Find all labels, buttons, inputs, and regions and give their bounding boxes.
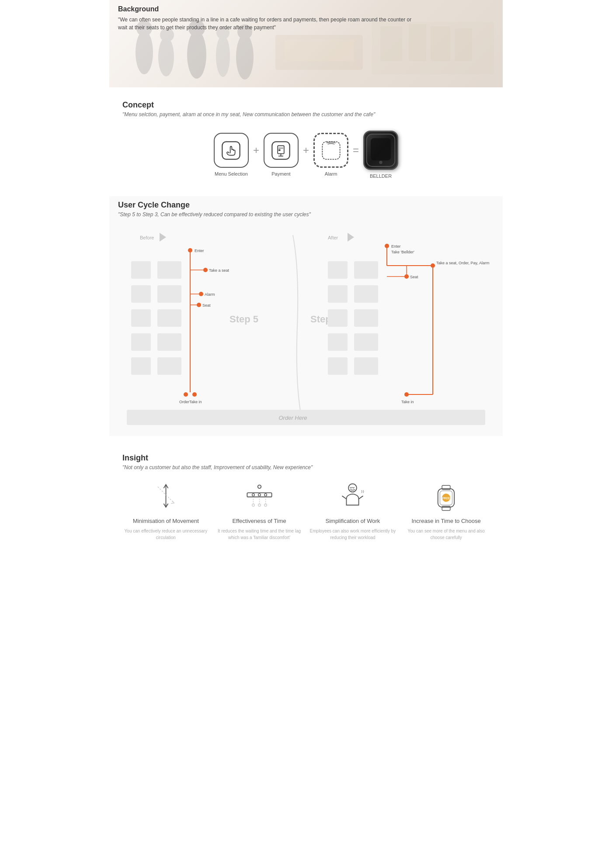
svg-rect-68 (354, 309, 378, 327)
svg-rect-42 (157, 357, 181, 375)
svg-point-6 (216, 35, 230, 77)
svg-rect-27 (371, 138, 391, 160)
payment-icon-frame (264, 133, 299, 168)
svg-rect-66 (354, 261, 378, 279)
svg-text:Enter: Enter (391, 244, 401, 249)
svg-text:FREE: FREE (442, 497, 450, 500)
bellder-label: BELLDER (370, 173, 392, 179)
bellder-icon-frame (363, 131, 398, 170)
user-cycle-section: User Cycle Change "Step 5 to Step 3, Can… (109, 196, 503, 436)
svg-rect-40 (157, 309, 181, 327)
svg-point-91 (252, 494, 254, 496)
svg-rect-61 (328, 261, 348, 279)
movement-desc: You can effectively reduce an unnecessar… (122, 528, 209, 541)
insight-title: Insight (122, 453, 490, 463)
plus-sign-1: + (253, 144, 259, 156)
svg-text:Order Here: Order Here (278, 415, 307, 421)
insight-subtitle: "Not only a customer but also the staff,… (122, 464, 490, 470)
svg-rect-16 (455, 28, 472, 61)
svg-line-102 (342, 496, 346, 499)
svg-text:Take a seat: Take a seat (209, 268, 230, 273)
svg-point-82 (404, 274, 409, 279)
svg-point-51 (199, 292, 203, 296)
time-icon-area (242, 479, 277, 514)
svg-point-55 (184, 392, 188, 397)
svg-rect-17 (223, 142, 240, 159)
svg-rect-67 (354, 285, 378, 303)
concept-item-payment: Payment (264, 133, 299, 176)
equals-sign: = (353, 144, 359, 156)
svg-rect-35 (131, 309, 151, 327)
svg-point-53 (197, 303, 201, 307)
concept-item-menu: Menu Selection (214, 133, 249, 176)
time-desc: It reduces the waiting time and the time… (216, 528, 303, 541)
concept-section: Concept "Menu selction, payment, alram a… (109, 96, 503, 196)
svg-rect-11 (284, 39, 354, 61)
alarm-icon (319, 138, 343, 163)
svg-rect-65 (328, 357, 348, 375)
svg-rect-62 (328, 285, 348, 303)
background-section: Background "We can often see people stan… (109, 0, 503, 87)
svg-point-4 (187, 31, 206, 79)
svg-marker-32 (348, 233, 354, 242)
touch-icon (219, 138, 243, 163)
svg-rect-15 (431, 26, 450, 61)
svg-rect-19 (272, 142, 290, 159)
svg-point-28 (379, 161, 382, 164)
svg-marker-30 (160, 233, 166, 242)
svg-point-57 (192, 392, 197, 397)
cycle-diagram-svg: Before After Enter (118, 226, 494, 427)
user-cycle-subtitle: "Step 5 to Step 3, Can be effectively re… (118, 211, 494, 218)
time-icon (243, 481, 276, 513)
svg-rect-41 (157, 333, 181, 351)
plus-sign-2: + (303, 144, 309, 156)
svg-text:After: After (328, 235, 338, 240)
svg-rect-38 (157, 261, 181, 279)
svg-rect-64 (328, 333, 348, 351)
choose-desc: You can see more of the menu and also ch… (403, 528, 490, 541)
movement-title: Minimisation of Movement (133, 518, 199, 524)
svg-point-2 (158, 37, 174, 76)
svg-rect-39 (157, 285, 181, 303)
svg-text:Before: Before (140, 235, 154, 240)
svg-rect-37 (131, 357, 151, 375)
svg-rect-25 (322, 142, 340, 159)
svg-text:Seat: Seat (202, 303, 211, 308)
choose-title: Increase in Time to Choose (412, 518, 481, 524)
movement-icon (150, 481, 182, 513)
svg-point-92 (258, 494, 261, 496)
svg-rect-34 (131, 285, 151, 303)
svg-text:Alarm: Alarm (205, 292, 215, 297)
svg-rect-63 (328, 309, 348, 327)
payment-label: Payment (271, 171, 290, 176)
alarm-icon-frame (313, 133, 348, 168)
bellder-device-icon (365, 131, 397, 169)
svg-text:Take in: Take in (401, 400, 414, 404)
background-title: Background (118, 5, 415, 13)
svg-text:Enter: Enter (195, 249, 204, 253)
svg-text:Seat: Seat (410, 275, 418, 279)
svg-rect-33 (131, 261, 151, 279)
movement-icon-area (148, 479, 183, 514)
insight-item-movement: Minimisation of Movement You can effecti… (122, 479, 209, 541)
svg-point-94 (257, 485, 261, 488)
insight-item-work: Simplification of Work Employees can als… (309, 479, 396, 541)
svg-rect-13 (380, 26, 402, 61)
insight-item-choose: FREE Increase in Time to Choose You can … (403, 479, 490, 541)
svg-point-0 (136, 31, 153, 74)
payment-icon (269, 138, 293, 163)
svg-point-93 (264, 494, 267, 496)
choose-icon-area: FREE (429, 479, 464, 514)
svg-rect-69 (354, 333, 378, 351)
user-cycle-title: User Cycle Change (118, 201, 494, 210)
work-icon (336, 481, 369, 513)
menu-selection-label: Menu Selection (215, 171, 248, 176)
svg-line-103 (359, 496, 363, 499)
insight-section: Insight "Not only a customer but also th… (109, 445, 503, 554)
svg-text:Take in: Take in (189, 400, 202, 404)
svg-rect-36 (131, 333, 151, 351)
work-desc: Employees can also work more efficiently… (309, 528, 396, 541)
svg-point-84 (404, 392, 409, 397)
svg-rect-70 (354, 357, 378, 375)
cycle-diagram-container: Before After Enter (118, 226, 494, 427)
